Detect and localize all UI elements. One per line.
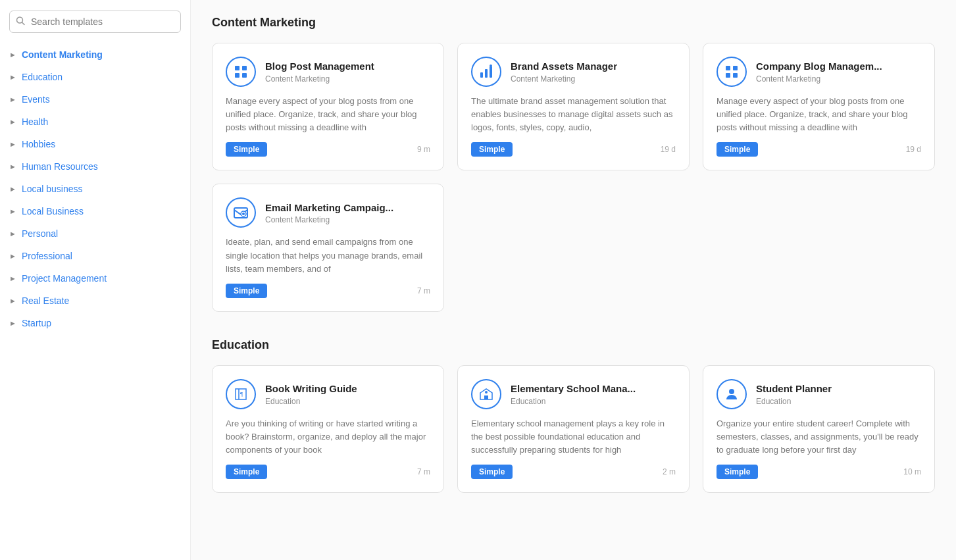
svg-rect-17 <box>484 395 488 399</box>
chevron-icon: ► <box>9 230 16 238</box>
badge-simple[interactable]: Simple <box>471 465 513 479</box>
svg-rect-3 <box>242 66 247 70</box>
card-category: Education <box>511 397 636 406</box>
sidebar-item-label: Events <box>22 94 50 105</box>
card-book-writing[interactable]: ¶ Book Writing Guide Education Are you t… <box>212 365 444 493</box>
card-title: Student Planner <box>756 382 832 395</box>
sidebar-item-content-marketing[interactable]: ► Content Marketing <box>0 43 190 66</box>
sidebar-item-real-estate[interactable]: ► Real Estate <box>0 290 190 312</box>
chevron-icon: ► <box>9 95 16 103</box>
svg-rect-8 <box>490 66 492 78</box>
sidebar-item-hobbies[interactable]: ► Hobbies <box>0 133 190 155</box>
card-company-blog[interactable]: Company Blog Managem... Content Marketin… <box>703 43 935 170</box>
search-input[interactable] <box>9 11 181 33</box>
card-title: Blog Post Management <box>265 60 374 73</box>
card-icon-chart <box>471 57 501 87</box>
svg-rect-2 <box>235 66 239 70</box>
svg-rect-10 <box>726 66 730 70</box>
badge-simple[interactable]: Simple <box>471 142 513 157</box>
sidebar-item-label: Hobbies <box>22 139 55 149</box>
badge-simple[interactable]: Simple <box>226 284 267 298</box>
card-header: Student Planner Education <box>717 379 921 409</box>
card-description: Elementary school management plays a key… <box>471 417 676 457</box>
card-age: 10 m <box>903 467 921 476</box>
sidebar-item-label: Content Marketing <box>22 49 103 60</box>
section-education: Education ¶ Book Writing Guide Education… <box>212 338 935 493</box>
sidebar-item-human-resources[interactable]: ► Human Resources <box>0 155 190 178</box>
card-icon-student <box>717 379 747 409</box>
card-category: Content Marketing <box>265 74 374 84</box>
card-description: Organize your entire student career! Com… <box>717 417 921 457</box>
card-age: 9 m <box>417 145 430 154</box>
section-title-content-marketing: Content Marketing <box>212 16 935 30</box>
sidebar-item-local-business-2[interactable]: ► Local Business <box>0 200 190 222</box>
card-email-marketing[interactable]: Email Marketing Campaig... Content Marke… <box>212 184 444 311</box>
sidebar-item-health[interactable]: ► Health <box>0 111 190 133</box>
card-category: Content Marketing <box>265 215 393 224</box>
card-age: 7 m <box>417 467 430 476</box>
sidebar-item-label: Personal <box>22 228 58 239</box>
svg-rect-6 <box>480 72 483 78</box>
svg-rect-12 <box>726 73 730 78</box>
card-age: 7 m <box>417 286 430 295</box>
svg-point-19 <box>729 389 734 394</box>
card-student-planner[interactable]: Student Planner Education Organize your … <box>703 365 935 493</box>
card-footer: Simple 9 m <box>226 142 430 157</box>
card-category: Education <box>756 397 832 406</box>
sidebar-item-startup[interactable]: ► Startup <box>0 312 190 334</box>
sidebar-item-education[interactable]: ► Education <box>0 66 190 88</box>
card-title-wrap: Book Writing Guide Education <box>265 382 357 406</box>
svg-point-9 <box>490 64 492 67</box>
card-title: Elementary School Mana... <box>511 382 636 395</box>
card-footer: Simple 10 m <box>717 465 921 479</box>
svg-point-18 <box>485 391 488 394</box>
sidebar-item-label: Professional <box>22 251 72 261</box>
card-title-wrap: Company Blog Managem... Content Marketin… <box>756 60 882 84</box>
search-box[interactable] <box>9 11 181 33</box>
card-header: Email Marketing Campaig... Content Marke… <box>226 197 430 228</box>
card-blog-post[interactable]: Blog Post Management Content Marketing M… <box>212 43 444 170</box>
chevron-icon: ► <box>9 252 16 260</box>
sidebar-item-personal[interactable]: ► Personal <box>0 222 190 245</box>
card-age: 19 d <box>661 145 676 154</box>
chevron-icon: ► <box>9 51 16 59</box>
card-description: Manage every aspect of your blog posts f… <box>717 95 921 134</box>
card-age: 2 m <box>663 467 676 476</box>
chevron-icon: ► <box>9 319 16 327</box>
badge-simple[interactable]: Simple <box>226 465 267 479</box>
badge-simple[interactable]: Simple <box>717 142 758 157</box>
cards-grid-content-marketing: Blog Post Management Content Marketing M… <box>212 43 935 312</box>
sidebar-item-label: Local business <box>22 184 83 194</box>
cards-grid-education: ¶ Book Writing Guide Education Are you t… <box>212 365 935 493</box>
card-title-wrap: Brand Assets Manager Content Marketing <box>511 60 617 84</box>
sidebar-item-project-management[interactable]: ► Project Management <box>0 267 190 290</box>
card-description: Manage every aspect of your blog posts f… <box>226 95 430 134</box>
sidebar-item-label: Project Management <box>22 273 107 284</box>
card-title: Company Blog Managem... <box>756 60 882 73</box>
card-title: Brand Assets Manager <box>511 60 617 73</box>
svg-rect-11 <box>733 66 738 70</box>
card-title: Email Marketing Campaig... <box>265 201 393 215</box>
svg-line-1 <box>22 22 25 25</box>
card-footer: Simple 7 m <box>226 465 430 479</box>
svg-rect-13 <box>733 73 738 78</box>
chevron-icon: ► <box>9 163 16 170</box>
sidebar-item-label: Human Resources <box>22 161 98 172</box>
card-description: Are you thinking of writing or have star… <box>226 417 430 457</box>
card-age: 19 d <box>906 145 921 154</box>
sidebar-item-local-business-1[interactable]: ► Local business <box>0 178 190 200</box>
card-elementary-school[interactable]: Elementary School Mana... Education Elem… <box>457 365 690 493</box>
svg-rect-5 <box>242 73 247 78</box>
chevron-icon: ► <box>9 118 16 126</box>
card-title-wrap: Blog Post Management Content Marketing <box>265 60 374 84</box>
sidebar-item-label: Real Estate <box>22 295 69 306</box>
card-brand-assets[interactable]: Brand Assets Manager Content Marketing T… <box>457 43 690 170</box>
sidebar-item-events[interactable]: ► Events <box>0 88 190 111</box>
card-header: ¶ Book Writing Guide Education <box>226 379 430 409</box>
card-header: Blog Post Management Content Marketing <box>226 57 430 87</box>
sidebar-item-professional[interactable]: ► Professional <box>0 245 190 267</box>
sidebar-item-label: Health <box>22 116 48 127</box>
badge-simple[interactable]: Simple <box>717 465 758 479</box>
main-content: Content Marketing Blog Post Management C… <box>191 0 956 560</box>
badge-simple[interactable]: Simple <box>226 142 267 157</box>
